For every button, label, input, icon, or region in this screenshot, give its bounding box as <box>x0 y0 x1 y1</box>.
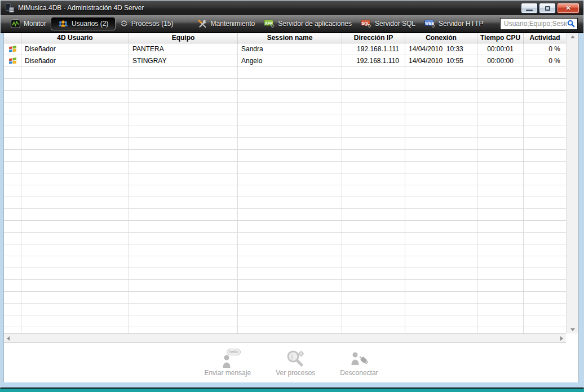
tab-label: Usuarios (2) <box>72 20 108 28</box>
minimize-button[interactable] <box>521 3 538 14</box>
windows-logo-icon <box>4 55 21 66</box>
content-frame: 4D Usuario Equipo Session name Dirección… <box>1 33 583 387</box>
cell-session: Angelo <box>238 55 342 66</box>
column-header-4d-usuario[interactable]: 4D Usuario <box>21 33 129 43</box>
column-header-direccion-ip[interactable]: Dirección IP <box>342 33 405 43</box>
empty-row <box>4 209 566 221</box>
empty-row <box>4 292 566 304</box>
cell-usuario: Diseñador <box>21 43 129 55</box>
window-title: MiMusica.4DB - Administración 4D Server <box>18 4 144 12</box>
empty-row <box>4 221 566 233</box>
column-header-session-name[interactable]: Session name <box>238 33 342 43</box>
horizontal-scrollbar[interactable] <box>4 333 566 343</box>
vertical-scrollbar[interactable] <box>566 33 578 333</box>
view-processes-icon <box>282 349 308 368</box>
users-table-zone: 4D Usuario Equipo Session name Dirección… <box>4 33 578 333</box>
disconnect-button[interactable]: Desconectar <box>340 349 378 377</box>
tab-usuarios[interactable]: Usuarios (2) <box>51 17 116 30</box>
title-bar[interactable]: MiMusica.4DB - Administración 4D Server … <box>1 1 583 15</box>
table-row[interactable]: Diseñador PANTERA Sandra 192.168.1.111 1… <box>4 43 566 55</box>
cell-cpu: 00:00:01 <box>477 43 524 55</box>
tab-servidor-aplicaciones[interactable]: APP ⚙ Servidor de aplicaciones <box>259 17 356 30</box>
empty-row <box>4 114 566 126</box>
column-header-equipo[interactable]: Equipo <box>129 33 238 43</box>
sql-server-icon: SQL ⚙ <box>361 19 371 28</box>
cell-session: Sandra <box>238 43 342 55</box>
tab-label: Monitor <box>24 20 46 28</box>
send-message-icon: hello <box>215 349 241 368</box>
empty-row <box>4 162 566 173</box>
tab-servidor-sql[interactable]: SQL ⚙ Servidor SQL <box>356 17 420 30</box>
cell-equipo: PANTERA <box>129 43 238 55</box>
tab-procesos[interactable]: ⚙ Procesos (15) <box>116 17 178 30</box>
app-server-icon: APP ⚙ <box>264 19 275 28</box>
column-header-icon[interactable] <box>4 33 21 43</box>
cell-conexion: 14/04/2010 10:55 <box>405 55 477 66</box>
empty-row <box>4 67 566 79</box>
tab-label: Mantenimiento <box>211 20 255 28</box>
column-header-conexion[interactable]: Conexión <box>405 33 477 43</box>
empty-row <box>4 138 566 150</box>
cell-equipo: STINGRAY <box>129 55 238 66</box>
app-window: MiMusica.4DB - Administración 4D Server … <box>0 0 584 389</box>
4d-server-app-icon <box>5 3 14 12</box>
panel: 4D Usuario Equipo Session name Dirección… <box>3 33 579 382</box>
cell-cpu: 00:00:00 <box>477 55 524 66</box>
action-bar: hello Enviar mensaje <box>4 343 578 382</box>
maximize-icon <box>545 6 550 11</box>
maximize-button[interactable] <box>539 3 556 14</box>
search-box <box>500 18 578 30</box>
column-header-actividad[interactable]: Actividad <box>524 33 566 43</box>
search-input[interactable] <box>504 20 567 28</box>
empty-row <box>4 327 566 333</box>
scroll-right-icon[interactable] <box>560 336 563 341</box>
empty-row <box>4 173 566 185</box>
empty-row <box>4 126 566 138</box>
cell-conexion: 14/04/2010 10:33 <box>405 43 477 55</box>
tab-mantenimiento[interactable]: Mantenimiento <box>193 17 260 30</box>
monitor-icon <box>11 19 20 28</box>
tab-monitor[interactable]: Monitor <box>6 17 51 30</box>
empty-row <box>4 185 566 197</box>
small-gear-icon: ⚙ <box>431 24 435 29</box>
tab-servidor-http[interactable]: WEB ⚙ Servidor HTTP <box>420 17 488 30</box>
users-table: 4D Usuario Equipo Session name Dirección… <box>4 33 566 333</box>
table-row[interactable]: Diseñador STINGRAY Angelo 192.168.1.110 … <box>4 55 566 67</box>
toolbar: Monitor Usuarios (2) ⚙ Procesos (15) Man… <box>1 15 583 33</box>
cell-actividad: 0 % <box>524 43 566 55</box>
table-header: 4D Usuario Equipo Session name Dirección… <box>4 33 566 43</box>
tab-label: Servidor HTTP <box>439 20 483 28</box>
cell-usuario: Diseñador <box>21 55 129 66</box>
cell-actividad: 0 % <box>524 55 566 66</box>
minimize-icon <box>526 10 533 11</box>
tools-icon <box>197 19 207 28</box>
view-processes-button[interactable]: Ver procesos <box>276 349 315 377</box>
empty-row <box>4 268 566 280</box>
empty-row <box>4 197 566 209</box>
http-server-icon: WEB ⚙ <box>424 19 435 28</box>
empty-row <box>4 79 566 91</box>
close-icon: ✕ <box>565 5 570 11</box>
action-label: Enviar mensaje <box>204 369 251 377</box>
empty-row <box>4 103 566 114</box>
action-label: Desconectar <box>340 369 378 377</box>
small-gear-icon: ⚙ <box>271 24 275 29</box>
scroll-left-icon[interactable] <box>7 336 10 341</box>
empty-row <box>4 280 566 292</box>
send-message-button[interactable]: hello Enviar mensaje <box>204 349 251 377</box>
close-button[interactable]: ✕ <box>557 3 579 14</box>
scroll-up-icon[interactable] <box>570 35 575 38</box>
cell-ip: 192.168.1.110 <box>342 55 405 66</box>
empty-row <box>4 244 566 256</box>
scroll-down-icon[interactable] <box>570 328 575 331</box>
column-header-tiempo-cpu[interactable]: Tiempo CPU <box>477 33 524 43</box>
empty-row <box>4 233 566 244</box>
action-label: Ver procesos <box>276 369 315 377</box>
search-icon[interactable] <box>567 20 575 28</box>
windows-logo-icon <box>4 43 21 55</box>
small-gear-icon: ⚙ <box>368 24 371 29</box>
gear-icon: ⚙ <box>120 19 127 28</box>
hello-bubble: hello <box>227 349 241 355</box>
empty-row <box>4 315 566 327</box>
tab-label: Servidor SQL <box>375 20 415 28</box>
